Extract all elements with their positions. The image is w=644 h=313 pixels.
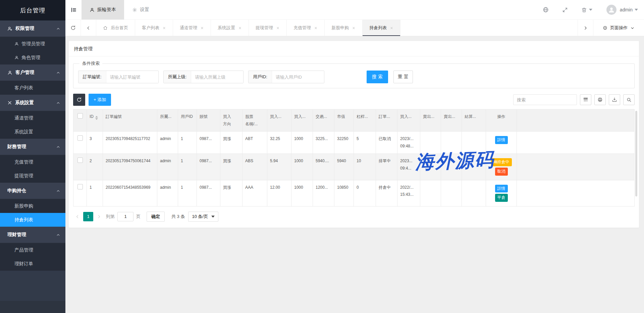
tab-channel-management[interactable]: 通道管理 [173, 20, 211, 36]
col-trade-amount: 交易... [313, 109, 334, 132]
col-direction: 買入方向 [220, 109, 243, 132]
tools-icon [7, 100, 12, 105]
refresh-tab-button[interactable] [65, 20, 81, 36]
sidebar-item-admin-management[interactable]: 管理员管理 [0, 37, 65, 51]
sidebar-group-positions[interactable]: 申购持仓 [0, 183, 65, 199]
sidebar-group-finance[interactable]: 財務管理 [0, 139, 65, 155]
col-leverage: 杠桿... [354, 109, 376, 132]
scroll-tabs-right-button[interactable] [578, 20, 593, 36]
sidebar-item-role-management[interactable]: 角色管理 [0, 51, 65, 64]
close-icon[interactable] [390, 26, 393, 30]
refresh-table-button[interactable] [73, 94, 85, 106]
sidebar-item-ipo-subscription[interactable]: 新股申购 [0, 199, 65, 213]
sidebar-item-customer-list[interactable]: 客户列表 [0, 81, 65, 95]
col-id[interactable]: ID [87, 109, 103, 132]
tab-bar: 后台首页 客户列表 通道管理 系统設置 提现管理 充值管理 新股申购 持倉列表 … [65, 20, 644, 36]
page-number-1[interactable]: 1 [83, 212, 93, 221]
tab-withdraw-management[interactable]: 提现管理 [249, 20, 287, 36]
zoom-search-button[interactable] [623, 94, 635, 105]
caret-down-icon [589, 9, 592, 11]
print-button[interactable] [594, 94, 606, 105]
row-checkbox[interactable] [77, 135, 83, 141]
parent-agent-input[interactable] [191, 71, 243, 83]
sidebar-group-wealth[interactable]: 理财管理 [0, 227, 65, 243]
order-no-label: 訂單編號: [78, 71, 106, 83]
condition-search-fieldset: 条件搜索 訂單編號: 所屬上级: 用戶ID: 搜 索 重 置 [73, 60, 635, 88]
tab-position-list[interactable]: 持倉列表 [363, 20, 400, 36]
close-icon[interactable] [200, 26, 204, 30]
export-button[interactable] [609, 94, 620, 105]
page-operations-dropdown[interactable]: 页面操作 [593, 20, 644, 36]
col-status: 訂單... [376, 109, 397, 132]
tab-customer-list[interactable]: 客户列表 [135, 20, 173, 36]
clear-cache-dropdown[interactable] [581, 7, 592, 13]
tab-system-settings[interactable]: 系统設置 [211, 20, 249, 36]
chevron-up-icon [56, 101, 60, 105]
sort-icon[interactable] [95, 116, 98, 120]
export-icon [612, 97, 617, 102]
cancel-button[interactable]: 取消 [495, 168, 508, 176]
col-actions: 操作 [486, 109, 517, 132]
order-no-input[interactable] [106, 71, 158, 83]
transfer-holding-button[interactable]: 轉持倉中 [491, 158, 512, 166]
row-checkbox[interactable] [77, 158, 83, 163]
sidebar-item-system-settings[interactable]: 系统設置 [0, 125, 65, 139]
pagination: 1 到第 页 确定 共 3 条 10 条/页 [73, 212, 635, 222]
workspace-tab-company[interactable]: 振輪资本 [82, 0, 124, 19]
page-size-select[interactable]: 10 条/页 [188, 212, 218, 222]
close-icon[interactable] [352, 26, 356, 30]
table-search-input[interactable] [513, 94, 577, 105]
close-icon[interactable] [162, 26, 166, 30]
sidebar-group-system[interactable]: 系统設置 [0, 95, 65, 111]
sidebar-group-customers[interactable]: 客户管理 [0, 64, 65, 81]
workspace-tab-settings[interactable]: 设置 [124, 0, 157, 19]
next-page-button[interactable] [95, 212, 103, 221]
confirm-page-button[interactable]: 确定 [147, 212, 165, 222]
user-icon [90, 7, 95, 12]
fullscreen-icon[interactable] [562, 7, 568, 13]
detail-button[interactable]: 詳情 [495, 185, 508, 193]
chevron-up-icon [56, 27, 60, 31]
col-parent: 所屬... [157, 109, 178, 132]
select-all-checkbox[interactable] [77, 113, 83, 119]
sidebar-item-withdraw-management[interactable]: 提现管理 [0, 169, 65, 183]
sidebar-item-position-list[interactable]: 持倉列表 [0, 213, 65, 227]
sidebar-item-wealth-orders[interactable]: 理财订单 [0, 257, 65, 271]
col-account: 賬號 [197, 109, 220, 132]
app-title: 后台管理 [0, 0, 65, 20]
reset-button[interactable]: 重 置 [393, 71, 413, 83]
tab-recharge-management[interactable]: 充值管理 [287, 20, 325, 36]
page-label: 页 [136, 214, 141, 220]
language-globe-icon[interactable] [543, 7, 549, 13]
table-scrollbar[interactable] [635, 111, 637, 196]
sidebar-group-permissions[interactable]: 权限管理 [0, 20, 65, 37]
col-user-id: 用戶ID [178, 109, 197, 132]
close-position-button[interactable]: 平倉 [495, 194, 508, 202]
col-sell-price: 賣出... [420, 109, 441, 132]
refresh-icon [70, 25, 76, 31]
trash-icon [581, 7, 587, 13]
tab-home[interactable]: 后台首页 [96, 20, 135, 36]
avatar[interactable] [606, 5, 616, 15]
search-button[interactable]: 搜 索 [367, 71, 388, 83]
positions-table: ID 訂單編號 所屬... 用戶ID 賬號 買入方向 股票名稱/... 買入..… [73, 109, 635, 207]
sidebar-collapse-button[interactable] [65, 0, 82, 19]
user-id-input[interactable] [272, 71, 324, 83]
filter-columns-button[interactable] [580, 94, 591, 105]
sidebar-item-recharge-management[interactable]: 充值管理 [0, 155, 65, 169]
gear-icon [132, 7, 137, 12]
tab-ipo-subscription[interactable]: 新股申购 [325, 20, 363, 36]
sidebar-item-channel-management[interactable]: 通道管理 [0, 111, 65, 125]
detail-button[interactable]: 詳情 [495, 136, 508, 144]
close-icon[interactable] [276, 26, 280, 30]
close-icon[interactable] [314, 26, 318, 30]
user-icon [7, 70, 12, 75]
goto-page-input[interactable] [117, 212, 133, 221]
sidebar-item-product-management[interactable]: 产品管理 [0, 243, 65, 257]
scroll-tabs-left-button[interactable] [81, 20, 96, 36]
user-menu-caret-icon[interactable] [635, 9, 638, 11]
add-button[interactable]: + 添加 [89, 94, 111, 106]
row-checkbox[interactable] [77, 184, 83, 189]
prev-page-button[interactable] [73, 212, 82, 221]
close-icon[interactable] [238, 26, 242, 30]
